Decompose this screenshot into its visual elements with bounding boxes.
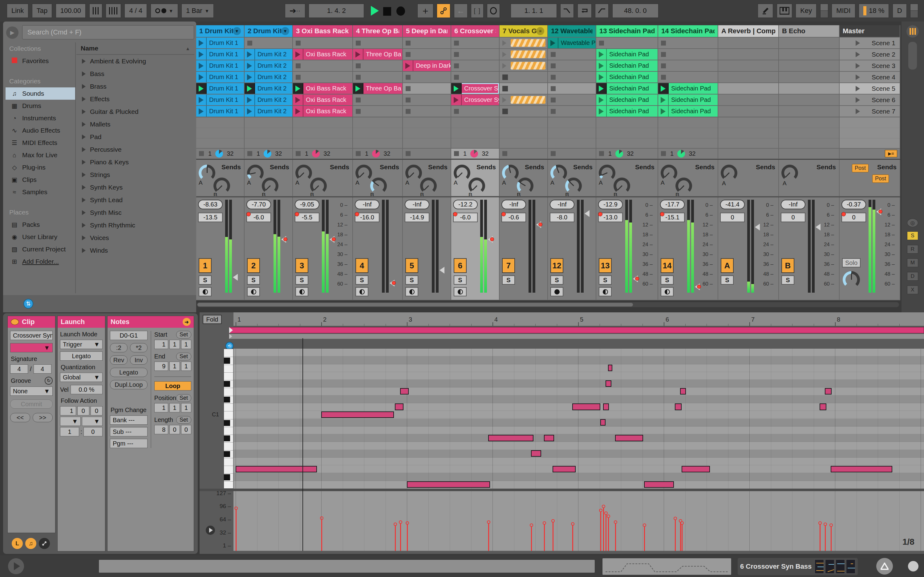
send-knob[interactable] (782, 164, 798, 181)
velocity-marker[interactable] (614, 521, 617, 524)
clip-launch-zone[interactable] (293, 95, 304, 105)
level-meter[interactable] (625, 200, 628, 293)
clip-slot[interactable]: Sidechain Pad (596, 95, 658, 106)
clip-stop-button[interactable] (454, 63, 459, 68)
level-meter[interactable] (432, 200, 435, 293)
nudge-up-icon[interactable] (106, 4, 121, 18)
notes-legato-button[interactable]: Legato (110, 368, 147, 377)
clip-launch-zone[interactable] (244, 72, 255, 82)
expand-icon[interactable] (82, 198, 86, 203)
midi-note[interactable] (600, 419, 606, 425)
clip-slot[interactable] (658, 72, 718, 83)
clip-slot[interactable]: Drum Kit 1 (196, 60, 244, 72)
arm-button[interactable] (247, 287, 260, 297)
scrub-area[interactable] (229, 334, 924, 339)
play-button[interactable] (371, 6, 379, 16)
volume-field[interactable]: -16.0 (355, 213, 380, 222)
track-header-3[interactable]: 3 Oxi Bass Rack (293, 25, 353, 37)
session-record-quantize-icon[interactable]: [ ] (471, 4, 483, 18)
clip-slot[interactable] (353, 37, 403, 49)
clip-slot[interactable] (548, 106, 596, 117)
group-slot-content[interactable] (510, 62, 546, 69)
draw-pencil-button[interactable] (758, 4, 773, 18)
launch-mode-select[interactable]: Trigger▼ (60, 340, 103, 349)
level-meter[interactable] (581, 200, 584, 293)
clip-slot[interactable]: Three Op Ba (353, 83, 403, 95)
clip-slot[interactable] (718, 49, 779, 60)
clip-slot[interactable] (451, 106, 499, 117)
expand-icon[interactable] (82, 248, 86, 253)
clip-launch-zone[interactable] (596, 106, 607, 117)
scene-slot[interactable]: Scene 3 (840, 60, 900, 72)
volume-field[interactable]: -15.1 (660, 213, 685, 222)
signature-numerator[interactable]: 4 (10, 364, 28, 374)
expand-clip-view-icon[interactable]: ➜ (183, 318, 191, 326)
auto-preview-icon[interactable]: ⇅ (23, 299, 33, 309)
midi-note[interactable] (825, 388, 832, 395)
velocity-fold-icon[interactable] (206, 525, 215, 535)
clip-slot[interactable] (403, 95, 451, 106)
clip-stop-button[interactable] (405, 75, 410, 80)
clip-launch-zone[interactable] (451, 95, 462, 105)
track-activator[interactable]: 4 (355, 258, 368, 273)
reverse-button[interactable]: Rev (110, 355, 128, 365)
midi-note[interactable] (572, 403, 601, 410)
stop-button[interactable] (383, 7, 391, 16)
follow-action-a-select[interactable]: ▼ (60, 417, 81, 426)
punch-in-icon[interactable] (560, 4, 574, 18)
level-meter[interactable] (386, 200, 389, 293)
follow-action-b-select[interactable]: ▼ (82, 417, 103, 426)
list-item[interactable]: Synth Misc (76, 206, 194, 219)
list-item[interactable]: Winds (76, 244, 194, 257)
arrangement-position-display[interactable]: 1. 4. 2 (309, 4, 364, 18)
track-activator[interactable]: 14 (661, 258, 674, 273)
track-activator[interactable]: 6 (454, 258, 467, 273)
io-section-toggle[interactable]: ◎ (907, 219, 918, 227)
arm-button[interactable] (454, 287, 467, 297)
velocity-stem[interactable] (603, 508, 604, 551)
piano-keyboard[interactable] (224, 349, 233, 489)
loop-length-display[interactable]: 48. 0. 0 (612, 4, 659, 18)
halve-time-button[interactable]: :2 (110, 343, 128, 352)
peak-level-display[interactable]: -17.7 (660, 200, 685, 209)
duplicate-loop-button[interactable]: Dupl.Loop (110, 380, 147, 389)
list-item[interactable]: Synth Lead (76, 193, 194, 206)
solo-button[interactable]: S (454, 276, 467, 285)
clip-stop-button[interactable] (405, 52, 410, 57)
device-thumbnail[interactable] (825, 559, 834, 574)
clip-launch-zone[interactable] (403, 60, 414, 71)
set-length-button[interactable]: Set (176, 416, 191, 424)
clip-slot[interactable]: Crossover S (451, 83, 499, 95)
peak-level-display[interactable]: -Inf (405, 200, 429, 209)
clip-slot[interactable]: Drum Kit 1 (196, 106, 244, 117)
clip-launch-zone[interactable] (244, 95, 255, 105)
start-bar[interactable]: 1 (154, 340, 168, 349)
clip-slot[interactable] (403, 83, 451, 95)
peak-level-display[interactable]: -12.2 (453, 200, 478, 209)
clip-stop-button[interactable] (454, 40, 459, 45)
velocity-stem[interactable] (615, 524, 616, 551)
clip-slot[interactable] (548, 72, 596, 83)
nudge-back-button[interactable]: << (10, 413, 30, 422)
volume-field[interactable]: 0 (720, 213, 745, 222)
clip-stop-button[interactable] (356, 63, 361, 68)
clip-stop-button[interactable] (247, 151, 252, 156)
clip-slot[interactable] (403, 49, 451, 60)
clip-slot[interactable]: Sidechain Pad (596, 49, 658, 60)
velocity-marker[interactable] (320, 516, 323, 520)
tap-tempo-button[interactable]: Tap (32, 4, 52, 18)
velocity-marker[interactable] (818, 521, 822, 525)
clip-name-field[interactable]: Crossover Syn (10, 331, 53, 340)
clip-slot[interactable] (499, 72, 548, 83)
follow-chance-b[interactable]: 0 (84, 427, 103, 436)
clip-slot[interactable] (353, 72, 403, 83)
scene-launch-icon[interactable] (856, 86, 860, 92)
clip-envelopes-tab[interactable] (39, 538, 50, 549)
send-knob[interactable] (355, 164, 372, 181)
clip-stop-button[interactable] (551, 63, 556, 68)
note-range-field[interactable]: D0-G1 (110, 331, 147, 340)
list-item[interactable]: Synth Rhythmic (76, 219, 194, 231)
clip-launch-zone[interactable] (353, 83, 363, 94)
clip-launch-zone[interactable] (596, 95, 607, 105)
pan-handle[interactable] (755, 224, 760, 230)
